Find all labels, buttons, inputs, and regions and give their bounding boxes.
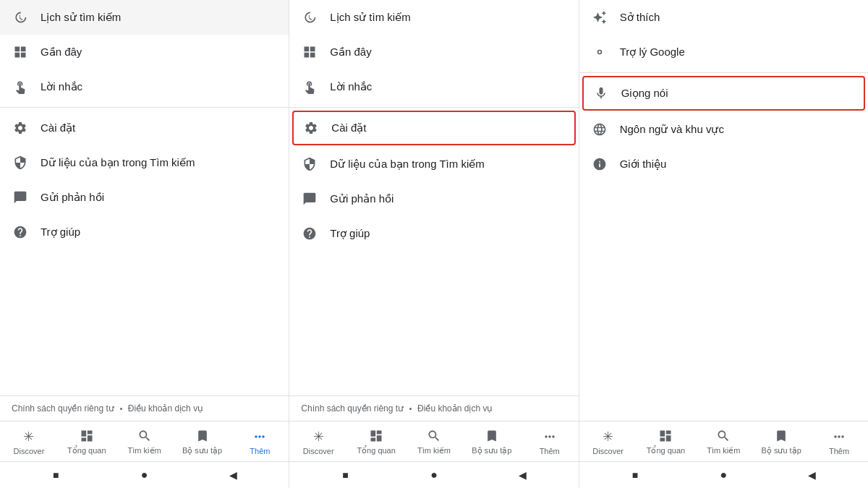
recent-item-1[interactable]: Gần đây — [0, 35, 289, 69]
panel-3: Sở thích Trợ lý Google Giọng nói — [579, 0, 868, 461]
nav-search-label-3: Tìm kiếm — [707, 446, 740, 455]
dots-icon-2 — [541, 428, 558, 445]
square-btn-2[interactable]: ■ — [339, 468, 353, 482]
settings-item-2[interactable]: Cài đặt — [292, 111, 575, 145]
terms-link-1[interactable]: Điều khoản dịch vụ — [128, 403, 203, 414]
reminders-label-2: Lời nhắc — [330, 80, 566, 93]
terms-link-2[interactable]: Điều khoản dịch vụ — [417, 403, 493, 414]
bookmark-icon-2 — [483, 427, 501, 445]
nav-overview-label-1: Tổng quan — [67, 446, 106, 455]
recent-label-1: Gần đây — [41, 46, 277, 59]
search-history-item-1[interactable]: Lịch sử tìm kiếm — [0, 0, 289, 35]
footer-1: Chính sách quyền riêng tư Điều khoản dịc… — [0, 395, 289, 421]
nav-collection-2[interactable]: Bộ sưu tập — [463, 421, 521, 461]
feedback-item-2[interactable]: Gửi phản hồi — [289, 181, 578, 216]
nav-more-3[interactable]: Thêm — [810, 421, 868, 461]
panel-1: Lịch sử tìm kiếm Gần đây Lời nhắc — [0, 0, 289, 461]
square-btn-1[interactable]: ■ — [48, 468, 63, 482]
privacy-link-1[interactable]: Chính sách quyền riêng tư — [12, 403, 114, 414]
square-btn-3[interactable]: ■ — [628, 468, 642, 482]
nav-more-1[interactable]: Thêm — [231, 421, 289, 461]
back-btn-2[interactable]: ◀ — [515, 468, 529, 482]
nav-more-label-2: Thêm — [540, 447, 560, 455]
comment-icon-2 — [301, 190, 318, 207]
help-label-1: Trợ giúp — [41, 226, 277, 239]
reminders-item-1[interactable]: Lời nhắc — [0, 69, 289, 104]
overview-icon-1 — [78, 427, 95, 445]
shield-icon-1 — [12, 154, 29, 171]
nav-collection-3[interactable]: Bộ sưu tập — [752, 421, 810, 461]
data-item-2[interactable]: Dữ liệu của bạn trong Tìm kiếm — [289, 147, 578, 181]
dots-icon-3 — [830, 428, 848, 445]
clock-icon-1 — [12, 9, 29, 26]
dot-2 — [409, 408, 412, 410]
back-btn-1[interactable]: ◀ — [226, 468, 240, 482]
dot-1 — [120, 408, 122, 410]
help-label-2: Trợ giúp — [330, 227, 566, 240]
recent-label-2: Gần đây — [330, 46, 566, 59]
grid-icon-2 — [301, 43, 318, 61]
help-item-1[interactable]: Trợ giúp — [0, 215, 289, 249]
nav-collection-1[interactable]: Bộ sưu tập — [174, 421, 231, 461]
panels-wrapper: Lịch sử tìm kiếm Gần đây Lời nhắc — [0, 0, 868, 461]
nav-overview-3[interactable]: Tổng quan — [637, 421, 695, 461]
search-icon-3 — [715, 427, 732, 445]
nav-search-label-1: Tìm kiếm — [128, 446, 161, 455]
asterisk-icon-2: ✳ — [310, 428, 327, 445]
nav-discover-3[interactable]: ✳ Discover — [579, 421, 637, 461]
menu-list-2: Lịch sử tìm kiếm Gần đây Lời nhắc — [289, 0, 578, 395]
comment-icon-1 — [12, 189, 29, 206]
language-label-3: Ngôn ngữ và khu vực — [620, 123, 856, 136]
mic-icon-3 — [592, 85, 610, 102]
gear-icon-1 — [12, 119, 29, 137]
settings-item-1[interactable]: Cài đặt — [0, 111, 289, 145]
bottom-nav-1: ✳ Discover Tổng quan Tìm kiếm Bộ sưu tậ — [0, 421, 289, 461]
nav-search-2[interactable]: Tìm kiếm — [405, 421, 463, 461]
home-btn-1[interactable]: ● — [137, 468, 152, 482]
bookmark-icon-3 — [773, 427, 790, 445]
search-history-label-2: Lịch sử tìm kiếm — [330, 11, 566, 24]
search-icon-1 — [136, 427, 153, 445]
nav-search-3[interactable]: Tìm kiếm — [694, 421, 752, 461]
home-btn-2[interactable]: ● — [427, 468, 441, 482]
bottom-nav-3: ✳ Discover Tổng quan Tìm kiếm Bộ sưu tậ — [579, 421, 868, 461]
nav-discover-2[interactable]: ✳ Discover — [289, 421, 347, 461]
grid-icon-1 — [12, 43, 29, 61]
assistant-item-3[interactable]: Trợ lý Google — [579, 35, 868, 69]
data-item-1[interactable]: Dữ liệu của bạn trong Tìm kiếm — [0, 145, 289, 180]
nav-more-2[interactable]: Thêm — [521, 421, 579, 461]
interests-label-3: Sở thích — [620, 11, 856, 24]
nav-more-label-3: Thêm — [829, 447, 849, 455]
question-icon-1 — [12, 223, 29, 241]
recent-item-2[interactable]: Gần đây — [289, 35, 578, 69]
interests-item-3[interactable]: Sở thích — [579, 0, 868, 35]
android-nav-section-3: ■ ● ◀ — [579, 462, 868, 488]
nav-collection-label-3: Bộ sưu tập — [762, 446, 801, 455]
globe-icon-3 — [591, 121, 608, 138]
nav-discover-1[interactable]: ✳ Discover — [0, 421, 58, 461]
shield-icon-2 — [301, 155, 318, 173]
nav-discover-label-2: Discover — [303, 447, 334, 455]
about-label-3: Giới thiệu — [620, 158, 856, 171]
about-item-3[interactable]: Giới thiệu — [579, 147, 868, 181]
reminders-item-2[interactable]: Lời nhắc — [289, 69, 578, 104]
search-history-item-2[interactable]: Lịch sử tìm kiếm — [289, 0, 578, 35]
language-item-3[interactable]: Ngôn ngữ và khu vực — [579, 112, 868, 147]
feedback-item-1[interactable]: Gửi phản hồi — [0, 180, 289, 215]
svg-point-1 — [598, 51, 600, 53]
nav-overview-1[interactable]: Tổng quan — [58, 421, 116, 461]
divider-1 — [0, 107, 289, 108]
back-btn-3[interactable]: ◀ — [805, 468, 820, 482]
feedback-label-2: Gửi phản hồi — [330, 192, 566, 205]
nav-search-1[interactable]: Tìm kiếm — [116, 421, 174, 461]
voice-label-3: Giọng nói — [621, 87, 855, 100]
hand-icon-1 — [12, 78, 29, 95]
nav-overview-2[interactable]: Tổng quan — [347, 421, 405, 461]
info-icon-3 — [591, 155, 608, 173]
panel-2: Lịch sử tìm kiếm Gần đây Lời nhắc — [289, 0, 579, 461]
help-item-2[interactable]: Trợ giúp — [289, 216, 578, 251]
nav-collection-label-2: Bộ sưu tập — [472, 446, 511, 455]
home-btn-3[interactable]: ● — [716, 468, 731, 482]
voice-item-3[interactable]: Giọng nói — [582, 76, 865, 111]
privacy-link-2[interactable]: Chính sách quyền riêng tư — [301, 403, 404, 414]
